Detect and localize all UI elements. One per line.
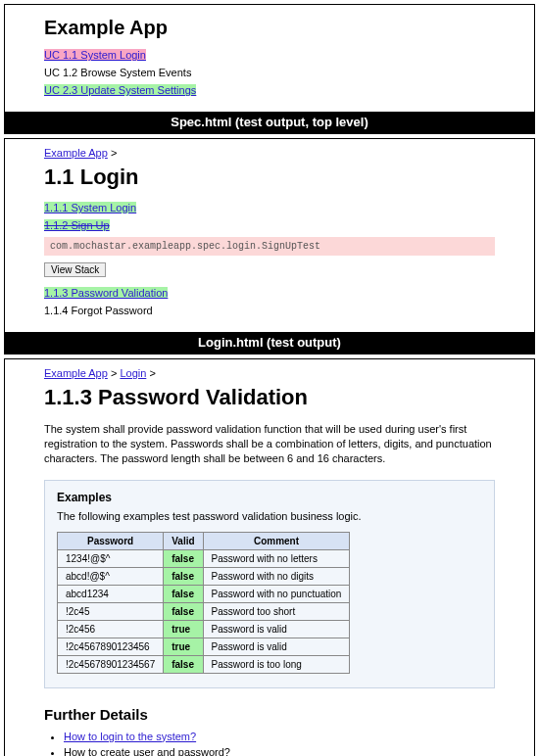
uc-text-2: UC 1.2 Browse System Events xyxy=(44,67,191,78)
uc-link-3[interactable]: UC 2.3 Update System Settings xyxy=(44,84,196,96)
uc-link-1[interactable]: UC 1.1 System Login xyxy=(44,49,146,61)
examples-tbody: 1234!@$^falsePassword with no lettersabc… xyxy=(58,549,350,673)
th-valid: Valid xyxy=(164,532,203,549)
breadcrumb: Example App > Login > xyxy=(44,367,495,379)
list-item: How to create user and password? xyxy=(64,746,495,756)
cell-comment: Password is valid xyxy=(203,620,350,638)
item-forgot-password: 1.1.4 Forgot Password xyxy=(44,305,153,316)
cell-valid: false xyxy=(164,655,203,673)
breadcrumb: Example App > xyxy=(44,147,495,159)
table-header-row: Password Valid Comment xyxy=(58,532,350,549)
cell-password: abcd!@$^ xyxy=(58,567,164,585)
frame-login-body: Example App > 1.1 Login 1.1.1 System Log… xyxy=(5,139,534,332)
uc-row: UC 1.2 Browse System Events xyxy=(44,67,495,78)
page-title: 1.1.3 Password Validation xyxy=(44,385,495,410)
item-row: 1.1.4 Forgot Password xyxy=(44,305,495,316)
frame-caption: Login.html (test output) xyxy=(5,332,534,354)
uc-row: UC 2.3 Update System Settings xyxy=(44,84,495,96)
cell-comment: Password with no punctuation xyxy=(203,585,350,602)
table-row: !2c45falsePassword too short xyxy=(58,602,350,620)
cell-valid: false xyxy=(164,602,203,620)
cell-password: !2c45678901234567 xyxy=(58,655,164,673)
cell-comment: Password is too long xyxy=(203,655,350,673)
cell-password: 1234!@$^ xyxy=(58,549,164,567)
cell-valid: true xyxy=(164,620,203,638)
frame-pv-body: Example App > Login > 1.1.3 Password Val… xyxy=(5,359,534,756)
breadcrumb-sep: > xyxy=(111,367,117,379)
uc-row: UC 1.1 System Login xyxy=(44,49,495,61)
further-list: How to login to the system?How to create… xyxy=(64,731,495,756)
breadcrumb-app[interactable]: Example App xyxy=(44,367,108,379)
cell-password: !2c4567890123456 xyxy=(58,638,164,655)
cell-comment: Password is valid xyxy=(203,638,350,655)
cell-valid: false xyxy=(164,567,203,585)
cell-comment: Password too short xyxy=(203,602,350,620)
cell-valid: false xyxy=(164,585,203,602)
table-row: !2c4567890123456truePassword is valid xyxy=(58,638,350,655)
breadcrumb-login[interactable]: Login xyxy=(120,367,146,379)
examples-table: Password Valid Comment 1234!@$^falsePass… xyxy=(57,532,350,674)
app-title: Example App xyxy=(44,17,495,39)
th-comment: Comment xyxy=(203,532,350,549)
breadcrumb-sep: > xyxy=(111,147,117,159)
item-row: 1.1.3 Password Validation xyxy=(44,287,495,299)
cell-password: !2c45 xyxy=(58,602,164,620)
cell-password: !2c456 xyxy=(58,620,164,638)
frame-login: Example App > 1.1 Login 1.1.1 System Log… xyxy=(4,138,535,354)
detail-link[interactable]: How to login to the system? xyxy=(64,731,196,742)
cell-comment: Password with no letters xyxy=(203,549,350,567)
examples-sub: The following examples test password val… xyxy=(57,510,482,522)
list-item: How to login to the system? xyxy=(64,731,495,742)
table-row: abcd!@$^falsePassword with no digits xyxy=(58,567,350,585)
table-row: 1234!@$^falsePassword with no letters xyxy=(58,549,350,567)
breadcrumb-app[interactable]: Example App xyxy=(44,147,108,159)
table-row: abcd1234falsePassword with no punctuatio… xyxy=(58,585,350,602)
table-row: !2c45678901234567falsePassword is too lo… xyxy=(58,655,350,673)
cell-comment: Password with no digits xyxy=(203,567,350,585)
examples-heading: Examples xyxy=(57,491,482,504)
view-stack-button[interactable]: View Stack xyxy=(44,262,106,277)
table-row: !2c456truePassword is valid xyxy=(58,620,350,638)
frame-password-validation: Example App > Login > 1.1.3 Password Val… xyxy=(4,358,535,756)
cell-password: abcd1234 xyxy=(58,585,164,602)
cell-valid: true xyxy=(164,638,203,655)
item-system-login[interactable]: 1.1.1 System Login xyxy=(44,202,136,213)
item-row: 1.1.1 System Login xyxy=(44,202,495,213)
error-box: com.mochastar.exampleapp.spec.login.Sign… xyxy=(44,237,495,256)
cell-valid: false xyxy=(164,549,203,567)
item-password-validation[interactable]: 1.1.3 Password Validation xyxy=(44,287,168,299)
description: The system shall provide password valida… xyxy=(44,422,495,466)
examples-box: Examples The following examples test pas… xyxy=(44,480,495,688)
th-password: Password xyxy=(58,532,164,549)
item-row: 1.1.2 Sign Up xyxy=(44,219,495,231)
frame-spec-body: Example App UC 1.1 System Login UC 1.2 B… xyxy=(5,5,534,112)
frame-spec: Example App UC 1.1 System Login UC 1.2 B… xyxy=(4,4,535,134)
further-heading: Further Details xyxy=(44,706,495,723)
breadcrumb-sep: > xyxy=(149,367,155,379)
item-signup[interactable]: 1.1.2 Sign Up xyxy=(44,219,110,231)
page-title: 1.1 Login xyxy=(44,165,495,190)
frame-caption: Spec.html (test output, top level) xyxy=(5,112,534,133)
